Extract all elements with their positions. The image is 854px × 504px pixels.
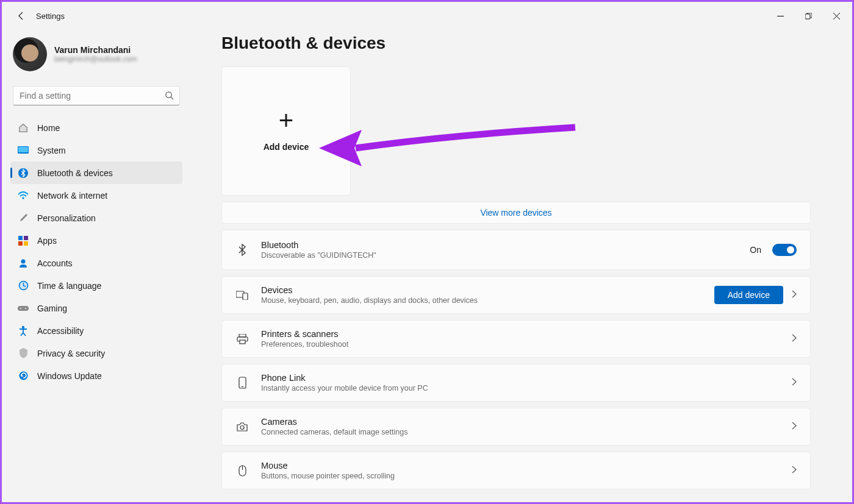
- window-controls: [766, 4, 850, 28]
- mouse-title: Mouse: [261, 461, 780, 470]
- shield-icon: [18, 348, 29, 359]
- bluetooth-title: Bluetooth: [261, 240, 737, 250]
- nav-label: Accounts: [37, 258, 73, 268]
- nav-item-gaming[interactable]: Gaming: [10, 297, 182, 319]
- nav-label: Gaming: [37, 303, 67, 313]
- nav-item-time-language[interactable]: Time & language: [10, 274, 182, 297]
- printers-title: Printers & scanners: [261, 329, 780, 339]
- devices-sub: Mouse, keyboard, pen, audio, displays an…: [261, 296, 702, 305]
- svg-point-19: [22, 325, 24, 328]
- person-icon: [18, 258, 29, 269]
- phone-title: Phone Link: [261, 373, 780, 383]
- camera-icon: [235, 422, 249, 431]
- nav-item-accessibility[interactable]: Accessibility: [10, 319, 182, 342]
- back-button[interactable]: [13, 7, 30, 24]
- nav-item-apps[interactable]: Apps: [10, 229, 182, 252]
- nav-label: Accessibility: [37, 326, 84, 336]
- view-more-devices-link[interactable]: View more devices: [221, 202, 811, 224]
- user-name: Varun Mirchandani: [54, 45, 137, 55]
- printers-row[interactable]: Printers & scanners Preferences, trouble…: [221, 320, 811, 358]
- gamepad-icon: [18, 303, 29, 314]
- svg-point-18: [25, 308, 26, 309]
- devices-icon: [235, 290, 249, 300]
- wifi-icon: [18, 190, 29, 201]
- svg-line-5: [171, 97, 173, 99]
- nav-label: Personalization: [37, 213, 96, 223]
- nav-item-bluetooth-devices[interactable]: Bluetooth & devices: [10, 161, 182, 184]
- add-device-button[interactable]: Add device: [714, 286, 783, 304]
- chevron-right-icon: [792, 421, 797, 432]
- main-content: Bluetooth & devices + Add device View mo…: [191, 30, 852, 502]
- user-email: beingmirch@outlook.com: [54, 55, 137, 63]
- svg-rect-25: [240, 340, 245, 344]
- window-title: Settings: [36, 12, 65, 21]
- cameras-sub: Connected cameras, default image setting…: [261, 428, 780, 436]
- search-icon: [165, 91, 174, 102]
- bluetooth-toggle[interactable]: [772, 244, 797, 256]
- svg-rect-10: [18, 236, 23, 240]
- svg-rect-1: [805, 14, 810, 19]
- nav-item-privacy-security[interactable]: Privacy & security: [10, 342, 182, 364]
- chevron-right-icon: [792, 465, 797, 476]
- svg-point-14: [21, 259, 26, 263]
- nav-item-accounts[interactable]: Accounts: [10, 252, 182, 274]
- restore-button[interactable]: [794, 4, 822, 28]
- arrow-left-icon: [16, 11, 26, 21]
- clock-globe-icon: [18, 280, 29, 291]
- mouse-row[interactable]: Mouse Buttons, mouse pointer speed, scro…: [221, 452, 811, 489]
- svg-rect-7: [18, 147, 28, 152]
- phone-icon: [235, 377, 249, 389]
- search-input[interactable]: [13, 86, 180, 105]
- cameras-row[interactable]: Cameras Connected cameras, default image…: [221, 408, 811, 445]
- bluetooth-sub: Discoverable as "GUIDINGTECH": [261, 251, 737, 260]
- close-icon: [833, 13, 840, 20]
- phone-link-row[interactable]: Phone Link Instantly access your mobile …: [221, 364, 811, 402]
- nav-label: Home: [37, 123, 60, 133]
- nav-item-system[interactable]: System: [10, 139, 182, 161]
- phone-sub: Instantly access your mobile device from…: [261, 384, 780, 392]
- bluetooth-state-label: On: [750, 245, 761, 255]
- cameras-title: Cameras: [261, 417, 780, 427]
- minimize-button[interactable]: [766, 4, 794, 28]
- nav-label: Network & internet: [37, 191, 107, 201]
- svg-point-9: [22, 197, 24, 199]
- printer-icon: [235, 334, 249, 344]
- nav-item-home[interactable]: Home: [10, 116, 182, 139]
- title-bar: Settings: [2, 2, 852, 30]
- add-device-label: Add device: [264, 142, 309, 152]
- nav-label: Privacy & security: [37, 349, 105, 358]
- nav-label: Time & language: [37, 281, 101, 291]
- svg-rect-23: [239, 334, 246, 337]
- home-icon: [18, 122, 29, 133]
- sidebar: Varun Mirchandani beingmirch@outlook.com…: [2, 30, 191, 502]
- svg-point-17: [20, 308, 21, 309]
- svg-rect-16: [18, 306, 29, 311]
- restore-icon: [805, 13, 812, 20]
- user-card[interactable]: Varun Mirchandani beingmirch@outlook.com: [10, 34, 182, 82]
- mouse-sub: Buttons, mouse pointer speed, scrolling: [261, 472, 780, 480]
- system-icon: [18, 145, 29, 156]
- printers-sub: Preferences, troubleshoot: [261, 340, 780, 349]
- devices-row[interactable]: Devices Mouse, keyboard, pen, audio, dis…: [221, 276, 811, 314]
- nav-item-windows-update[interactable]: Windows Update: [10, 364, 182, 387]
- add-device-card[interactable]: + Add device: [221, 66, 351, 196]
- mouse-icon: [235, 465, 249, 477]
- svg-point-4: [166, 92, 171, 98]
- svg-rect-11: [24, 236, 28, 240]
- apps-icon: [18, 235, 29, 246]
- bluetooth-glyph-icon: [235, 244, 249, 256]
- update-icon: [18, 371, 29, 382]
- svg-rect-22: [243, 293, 248, 300]
- close-button[interactable]: [822, 4, 850, 28]
- brush-icon: [18, 213, 29, 224]
- nav-item-network[interactable]: Network & internet: [10, 184, 182, 207]
- page-title: Bluetooth & devices: [221, 34, 811, 53]
- bluetooth-row[interactable]: Bluetooth Discoverable as "GUIDINGTECH" …: [221, 230, 811, 270]
- bluetooth-icon: [18, 168, 29, 179]
- view-more-label: View more devices: [480, 208, 551, 218]
- devices-title: Devices: [261, 285, 702, 295]
- nav-label: Bluetooth & devices: [37, 168, 113, 178]
- search-wrap: [13, 86, 180, 105]
- nav-item-personalization[interactable]: Personalization: [10, 207, 182, 229]
- nav-label: Windows Update: [37, 371, 102, 381]
